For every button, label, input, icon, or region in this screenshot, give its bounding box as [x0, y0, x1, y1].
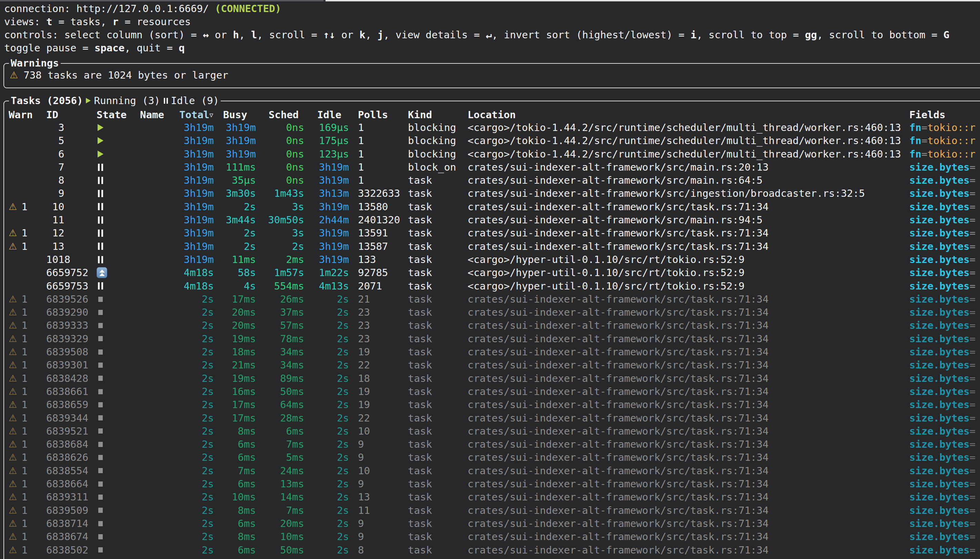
column-header-kind[interactable]: Kind	[406, 108, 465, 121]
task-row[interactable]: ⚠168386612s16ms50ms2s19taskcrates/sui-in…	[5, 385, 980, 398]
column-header-idle[interactable]: Idle	[304, 108, 349, 121]
field-equals: =	[970, 438, 975, 450]
busy-duration: 8ms	[214, 504, 256, 517]
field-key: fn	[909, 135, 921, 147]
task-row[interactable]: 10183h19m11ms2ms3h19m133task<cargo>/hype…	[5, 253, 980, 266]
task-row[interactable]: 33h19m3h19m0ns169µs1blocking<cargo>/toki…	[5, 121, 980, 134]
field-equals: =	[970, 254, 975, 265]
busy-duration: 6ms	[214, 451, 256, 464]
task-row[interactable]: ⚠168386842s6ms7ms2s9taskcrates/sui-index…	[5, 438, 980, 451]
polls-count: 133	[349, 253, 406, 266]
task-row[interactable]: ⚠168386742s8ms10ms2s9taskcrates/sui-inde…	[5, 530, 980, 543]
total-duration: 2s	[179, 412, 214, 425]
task-row[interactable]: ⚠168395092s8ms7ms2s11taskcrates/sui-inde…	[5, 504, 980, 517]
task-row[interactable]: 66597534m18s4s554ms4m13s2071task<cargo>/…	[5, 280, 980, 293]
idle-duration: 2s	[304, 477, 349, 490]
task-row[interactable]: ⚠168393442s17ms28ms2s22taskcrates/sui-in…	[5, 412, 980, 425]
task-fields: size.bytes=	[907, 345, 980, 359]
state-cell	[96, 124, 140, 131]
task-row[interactable]: ⚠168387142s6ms20ms2s9taskcrates/sui-inde…	[5, 517, 980, 530]
task-location: <cargo>/tokio-1.44.2/src/runtime/schedul…	[465, 121, 907, 134]
task-row[interactable]: ⚠168393012s21ms34ms2s22taskcrates/sui-in…	[5, 359, 980, 372]
state-cell	[96, 256, 140, 263]
task-fields: size.bytes=	[907, 544, 980, 557]
column-header-sched[interactable]: Sched	[256, 108, 304, 121]
sched-duration: 2ms	[256, 253, 304, 266]
task-row[interactable]: 73h19m111ms0ns3h19m1block_oncrates/sui-i…	[5, 160, 980, 174]
sched-duration: 13ms	[256, 477, 304, 490]
total-duration: 3h19m	[179, 240, 214, 253]
polls-count: 9	[349, 438, 406, 451]
field-value: tokio::r	[927, 148, 975, 160]
task-row[interactable]: 113h19m3m44s30m50s2h44m2401320taskcrates…	[5, 213, 980, 227]
task-location: crates/sui-indexer-alt-framework/src/tas…	[465, 293, 907, 306]
state-cell	[96, 177, 140, 184]
task-row[interactable]: ⚠168386642s6ms13ms2s9taskcrates/sui-inde…	[5, 477, 980, 490]
completed-state-icon	[98, 336, 103, 341]
task-id: 6838428	[42, 372, 96, 385]
task-row[interactable]: 83h19m35µs0ns3h19m1taskcrates/sui-indexe…	[5, 174, 980, 187]
task-id: 13	[42, 240, 96, 253]
task-location: crates/sui-indexer-alt-framework/src/tas…	[465, 451, 907, 464]
busy-duration: 3h19m	[214, 147, 256, 160]
connection-label: connection:	[4, 3, 76, 15]
key-hint: j	[377, 29, 384, 41]
task-row[interactable]: ⚠1 133h19m2s2s3h19m13587taskcrates/sui-i…	[5, 240, 980, 253]
task-row[interactable]: ⚠168395262s17ms26ms2s21taskcrates/sui-in…	[5, 293, 980, 306]
field-equals: =	[970, 227, 975, 239]
polls-count: 1	[349, 174, 406, 187]
task-row[interactable]: ⚠1 103h19m2s3s3h19m13580taskcrates/sui-i…	[5, 200, 980, 213]
task-row[interactable]: ⚠168385542s7ms24ms2s10taskcrates/sui-ind…	[5, 464, 980, 477]
task-row[interactable]: ⚠168384282s19ms89ms2s18taskcrates/sui-in…	[5, 372, 980, 385]
column-header-state[interactable]: State	[96, 108, 140, 121]
total-duration: 2s	[179, 544, 214, 557]
task-location: crates/sui-indexer-alt-framework/src/tas…	[465, 477, 907, 490]
task-row[interactable]: ⚠168385022s6ms50ms2s8taskcrates/sui-inde…	[5, 544, 980, 557]
key-hint: ↑↓	[323, 29, 335, 41]
task-row[interactable]: ⚠1 123h19m2s3s3h19m13591taskcrates/sui-i…	[5, 227, 980, 240]
column-header-warn[interactable]: Warn	[5, 108, 42, 121]
warning-triangle-icon: ⚠	[8, 332, 17, 345]
total-duration: 3h19m	[179, 160, 214, 174]
column-header-total[interactable]: Total▿	[179, 108, 214, 122]
task-row[interactable]: 93h19m3m30s1m43s3h13m3322633taskcrates/s…	[5, 187, 980, 200]
task-id: 1018	[42, 253, 96, 266]
task-kind: task	[406, 319, 465, 332]
polls-count: 9	[349, 517, 406, 530]
task-fields: size.bytes=	[907, 213, 980, 227]
busy-duration: 18ms	[214, 345, 256, 359]
field-key: size.bytes	[909, 359, 970, 371]
column-header-id[interactable]: ID	[42, 108, 96, 121]
column-header-busy[interactable]: Busy	[214, 108, 256, 121]
idle-state-icon	[98, 217, 103, 224]
column-header-name[interactable]: Name	[140, 108, 179, 121]
task-row[interactable]: 63h19m3h19m0ns123µs1blocking<cargo>/toki…	[5, 147, 980, 160]
task-row[interactable]: ⚠168393112s10ms14ms2s13taskcrates/sui-in…	[5, 490, 980, 503]
idle-duration: 2s	[304, 517, 349, 530]
polls-count: 19	[349, 345, 406, 359]
task-row[interactable]: ⚠168392902s20ms37ms2s23taskcrates/sui-in…	[5, 306, 980, 319]
task-row[interactable]: ⚠168386592s17ms64ms2s19taskcrates/sui-in…	[5, 398, 980, 411]
idle-duration: 2s	[304, 451, 349, 464]
help-text: , invert sort (highest/lowest) =	[492, 29, 690, 41]
busy-duration: 10ms	[214, 490, 256, 503]
column-header-polls[interactable]: Polls	[349, 108, 406, 121]
task-row[interactable]: ⚠168393292s19ms78ms2s23taskcrates/sui-in…	[5, 332, 980, 345]
task-row[interactable]: ⚠168395082s18ms34ms2s19taskcrates/sui-in…	[5, 345, 980, 359]
busy-duration: 35µs	[214, 174, 256, 187]
task-kind: task	[406, 240, 465, 253]
task-row[interactable]: ⚠168395212s8ms6ms2s10taskcrates/sui-inde…	[5, 425, 980, 438]
polls-count: 8	[349, 544, 406, 557]
task-id: 7	[42, 160, 96, 174]
help-text: , view details =	[384, 29, 486, 41]
task-location: crates/sui-indexer-alt-framework/src/mai…	[465, 160, 907, 174]
column-header-fields[interactable]: Fields	[907, 108, 980, 121]
task-row[interactable]: ⚠168393332s20ms57ms2s23taskcrates/sui-in…	[5, 319, 980, 332]
task-row[interactable]: ⚠168386262s6ms5ms2s9taskcrates/sui-index…	[5, 451, 980, 464]
field-equals: =	[970, 280, 975, 292]
warn-cell: ⚠1	[5, 504, 42, 517]
task-row[interactable]: 53h19m3h19m0ns175µs1blocking<cargo>/toki…	[5, 134, 980, 147]
column-header-location[interactable]: Location	[465, 108, 907, 121]
key-hint: t	[46, 16, 52, 28]
task-row[interactable]: 66597524m18s58s1m57s1m22s92785task<cargo…	[5, 266, 980, 279]
